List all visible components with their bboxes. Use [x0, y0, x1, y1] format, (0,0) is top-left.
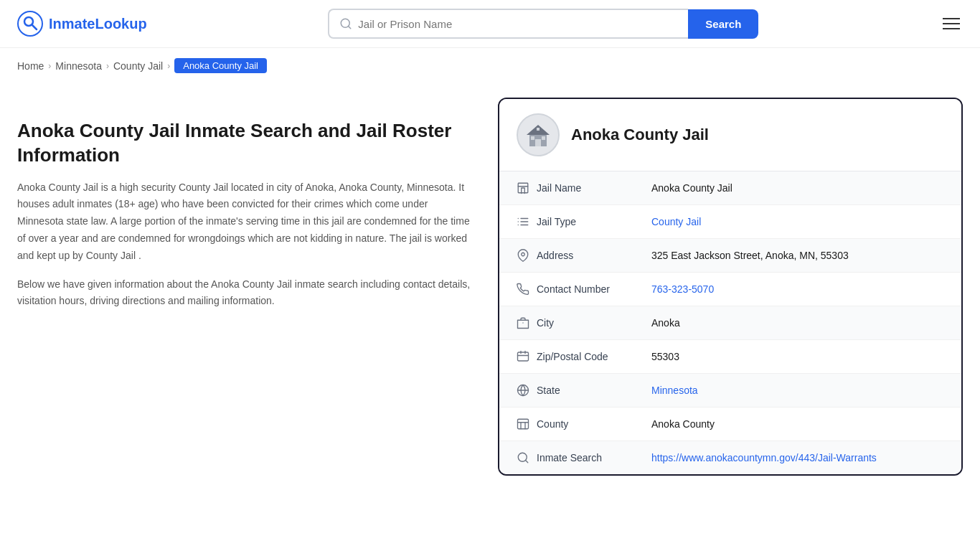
info-value: 55303	[651, 351, 679, 362]
breadcrumb-chevron-3: ›	[167, 61, 170, 71]
page-title: Anoka County Jail Inmate Search and Jail…	[17, 119, 476, 168]
breadcrumb-active: Anoka County Jail	[174, 58, 267, 73]
svg-point-18	[522, 253, 525, 256]
svg-line-4	[349, 26, 351, 28]
menu-line-2	[943, 23, 960, 24]
search-input-icon	[339, 17, 352, 30]
info-table: Jail NameAnoka County JailJail TypeCount…	[499, 171, 961, 474]
table-row: Jail TypeCounty Jail	[499, 205, 961, 239]
info-label: City	[537, 317, 651, 329]
menu-button[interactable]	[940, 15, 963, 32]
logo-prefix: Inmate	[49, 16, 95, 32]
svg-rect-19	[518, 320, 529, 328]
info-value[interactable]: 763-323-5070	[651, 283, 714, 295]
svg-rect-8	[531, 136, 534, 140]
breadcrumb: Home › Minnesota › County Jail › Anoka C…	[0, 48, 980, 83]
card-title: Anoka County Jail	[571, 126, 709, 144]
county-icon	[517, 418, 537, 430]
jail-avatar	[517, 113, 560, 156]
logo-suffix: Lookup	[95, 16, 146, 32]
svg-line-26	[525, 460, 527, 462]
card-header: Anoka County Jail	[499, 99, 961, 171]
city-icon	[517, 316, 537, 329]
info-value[interactable]: County Jail	[651, 216, 701, 227]
jail-building-icon	[524, 121, 552, 149]
info-value-link[interactable]: Minnesota	[651, 385, 698, 396]
breadcrumb-county-jail[interactable]: County Jail	[113, 60, 163, 72]
svg-point-0	[18, 11, 42, 36]
menu-line-3	[943, 28, 960, 29]
breadcrumb-minnesota[interactable]: Minnesota	[55, 60, 102, 72]
search-input-wrapper	[328, 9, 688, 39]
table-row: Zip/Postal Code55303	[499, 340, 961, 374]
info-value-link[interactable]: 763-323-5070	[651, 283, 714, 295]
info-label: Jail Name	[537, 182, 651, 194]
info-label: Contact Number	[537, 283, 651, 295]
breadcrumb-chevron-2: ›	[106, 61, 109, 71]
page-description-1: Anoka County Jail is a high security Cou…	[17, 179, 476, 265]
globe-icon	[517, 384, 537, 397]
info-label: Jail Type	[537, 216, 651, 227]
info-value[interactable]: https://www.anokacountymn.gov/443/Jail-W…	[651, 452, 877, 463]
left-column: Anoka County Jail Inmate Search and Jail…	[17, 98, 476, 476]
info-label: Address	[537, 250, 651, 261]
svg-rect-9	[542, 136, 545, 140]
info-label: Inmate Search	[537, 452, 651, 463]
location-icon	[517, 249, 537, 262]
phone-icon	[517, 283, 537, 296]
info-card: Anoka County Jail Jail NameAnoka County …	[498, 98, 963, 476]
menu-line-1	[943, 18, 960, 19]
search-button[interactable]: Search	[688, 9, 758, 39]
search-input[interactable]	[358, 18, 678, 30]
table-row: Address325 East Jackson Street, Anoka, M…	[499, 239, 961, 273]
table-row: CityAnoka	[499, 306, 961, 340]
table-row: CountyAnoka County	[499, 408, 961, 441]
table-row: Inmate Searchhttps://www.anokacountymn.g…	[499, 441, 961, 474]
logo-icon	[17, 11, 43, 37]
svg-rect-24	[518, 419, 529, 429]
info-value-link[interactable]: https://www.anokacountymn.gov/443/Jail-W…	[651, 452, 877, 463]
info-label: County	[537, 418, 651, 430]
svg-rect-7	[535, 139, 541, 146]
info-label: Zip/Postal Code	[537, 351, 651, 362]
page-description-2: Below we have given information about th…	[17, 276, 476, 311]
logo-text: InmateLookup	[49, 16, 147, 32]
table-row: Jail NameAnoka County Jail	[499, 171, 961, 205]
search-icon	[517, 451, 537, 464]
right-column: Anoka County Jail Jail NameAnoka County …	[498, 98, 963, 476]
search-area: Search	[328, 9, 758, 39]
main-content: Anoka County Jail Inmate Search and Jail…	[0, 83, 980, 490]
info-value: Anoka County	[651, 418, 715, 430]
list-icon	[517, 215, 537, 228]
zip-icon	[517, 350, 537, 363]
table-row: StateMinnesota	[499, 374, 961, 408]
info-value: Anoka	[651, 317, 680, 329]
info-value: 325 East Jackson Street, Anoka, MN, 5530…	[651, 250, 849, 261]
info-value: Anoka County Jail	[651, 182, 732, 194]
info-value[interactable]: Minnesota	[651, 385, 698, 396]
svg-rect-10	[537, 128, 540, 131]
header: InmateLookup Search	[0, 0, 980, 48]
svg-rect-21	[518, 352, 529, 361]
info-value-link[interactable]: County Jail	[651, 216, 701, 227]
building-icon	[517, 182, 537, 194]
breadcrumb-home[interactable]: Home	[17, 60, 44, 72]
logo-link[interactable]: InmateLookup	[17, 11, 147, 37]
breadcrumb-chevron-1: ›	[48, 61, 51, 71]
info-label: State	[537, 385, 651, 396]
table-row: Contact Number763-323-5070	[499, 273, 961, 306]
